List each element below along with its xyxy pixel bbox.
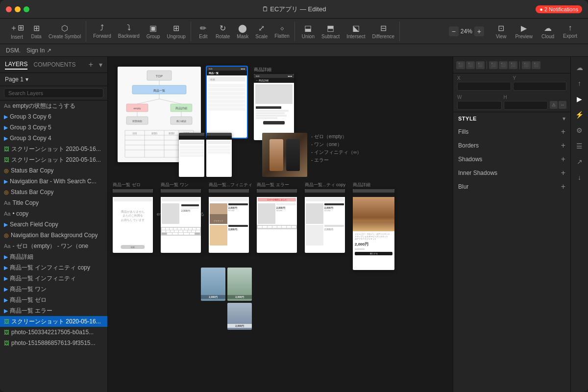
ungroup-button[interactable]: ⊞ Ungroup — [164, 22, 189, 41]
layer-item[interactable]: ▶Group 3 Copy 5 — [0, 122, 107, 133]
zoom-plus-button[interactable]: + — [474, 26, 484, 36]
add-tab-button[interactable]: + — [89, 60, 93, 69]
phone-list-box[interactable]: 9:41 ●●● 商品一覧 検索 — [207, 67, 247, 138]
distribute-v-button[interactable]: ⬛ — [532, 61, 540, 69]
search-layers-input[interactable] — [4, 88, 103, 98]
h-input[interactable] — [504, 101, 548, 110]
align-left-button[interactable]: ⬛ — [456, 61, 465, 69]
style-header[interactable]: StyLE ▾ — [453, 112, 570, 125]
y-input[interactable] — [513, 82, 567, 91]
fashion-photo-1[interactable] — [262, 133, 307, 177]
x-input[interactable] — [457, 82, 511, 91]
strip-list-icon[interactable]: ☰ — [573, 139, 587, 153]
difference-button[interactable]: ⊟ Difference — [369, 22, 397, 41]
layer-item[interactable]: 🖼スクリーンショット 2020-05-16... — [0, 316, 107, 327]
union-button[interactable]: ⬓ Union — [299, 22, 318, 41]
strip-gear-icon[interactable]: ⚙ — [573, 123, 587, 137]
phone-infinity-box[interactable]: ジャケット 2,000円 ¥2,000 — [209, 189, 249, 253]
fills-item[interactable]: Fills + — [453, 125, 570, 139]
photo-card-3[interactable]: 2,000円 — [227, 303, 252, 330]
small-phone-1[interactable] — [179, 133, 204, 177]
flip-button[interactable]: ↔ — [559, 101, 566, 109]
layer-item[interactable]: ▶商品一覧 ゼロ — [0, 294, 107, 305]
canvas-area[interactable]: TOP 商品一覧 empty 商品詳細 — [108, 57, 453, 392]
distribute-h-button[interactable]: ⬛ — [522, 61, 531, 69]
layer-item[interactable]: 🖼スクリーンショット 2020-05-16... — [0, 154, 107, 165]
group-button[interactable]: ▣ Group — [144, 22, 163, 41]
phone-one-box[interactable]: 2,000円 — [161, 189, 201, 253]
more-tabs-button[interactable]: ▾ — [99, 61, 102, 69]
layer-item[interactable]: 🖼photo-1503342217505-b0a15... — [0, 327, 107, 338]
layer-item[interactable]: ▶商品一覧 インフィニティ — [0, 273, 107, 284]
strip-play-icon[interactable]: ▶ — [573, 92, 587, 106]
w-input[interactable] — [457, 101, 502, 110]
close-button[interactable] — [6, 6, 12, 12]
zoom-minus-button[interactable]: − — [449, 26, 459, 36]
phone-detail-box[interactable]: 9:41 ●●● ← 商品詳細 — [254, 74, 294, 140]
strip-lightning-icon[interactable]: ⚡ — [573, 108, 587, 122]
strip-upload-icon[interactable]: ☁ — [573, 61, 587, 74]
data-button[interactable]: ⊞ Data — [28, 22, 45, 41]
tab-components[interactable]: COMPONENTS — [33, 60, 75, 69]
strip-external-icon[interactable]: ↗ — [573, 155, 587, 169]
intersect-button[interactable]: ⬕ Intersect — [343, 22, 368, 41]
layer-item[interactable]: 🖼photo-1515886857613-9f3515... — [0, 338, 107, 348]
phone-error-box[interactable]: エラーが発生しました 2,000円 ¥2,000 — [257, 189, 297, 253]
borders-add-icon[interactable]: + — [561, 141, 565, 150]
page-selector[interactable]: Page 1 ▾ — [0, 73, 107, 86]
strip-download-icon[interactable]: ↓ — [573, 171, 587, 184]
dsm-signin-button[interactable]: Sign In ↗ — [26, 47, 51, 54]
layer-item[interactable]: 🖼スクリーンショット 2020-05-16... — [0, 144, 107, 154]
inner-shadows-add-icon[interactable]: + — [561, 169, 565, 177]
blur-add-icon[interactable]: + — [561, 182, 565, 191]
insert-button[interactable]: ＋⊞ Insert — [7, 21, 27, 42]
export-button[interactable]: ↑ Export — [559, 22, 581, 41]
layer-item[interactable]: ▶Group 3 Copy 6 — [0, 111, 107, 122]
maximize-button[interactable] — [24, 6, 29, 12]
preview-button[interactable]: ▶ Preview — [511, 22, 537, 41]
fills-add-icon[interactable]: + — [561, 127, 565, 136]
blur-item[interactable]: Blur + — [453, 180, 570, 194]
layer-item[interactable]: ◎Status Bar Copy — [0, 187, 107, 197]
create-symbol-button[interactable]: ⬡ Create Symbol — [46, 22, 84, 41]
align-center-h-button[interactable]: ⬛ — [466, 61, 475, 69]
subtract-button[interactable]: ⬒ Subtract — [318, 22, 343, 41]
notification-badge[interactable]: ● 2 Notifications — [536, 5, 582, 13]
edit-button[interactable]: ✏ Edit — [195, 22, 212, 41]
layer-item[interactable]: ▶Search Field Copy — [0, 219, 107, 230]
layer-item[interactable]: ▶商品一覧 エラー — [0, 305, 107, 316]
layer-item[interactable]: ◎Status Bar Copy — [0, 165, 107, 176]
photo-card-2[interactable]: 2,000円 — [227, 268, 252, 301]
photo-card-1[interactable]: 2,000円 — [201, 268, 225, 301]
view-button[interactable]: ⊡ View — [492, 22, 511, 41]
layer-item[interactable]: ▶Group 3 Copy 4 — [0, 133, 107, 144]
align-center-v-button[interactable]: ⬛ — [499, 61, 508, 69]
layer-item[interactable]: Aa- ゼロ（empty） - ワン（one — [0, 241, 107, 251]
scale-button[interactable]: ⤢ Scale — [252, 22, 270, 41]
small-phone-2[interactable] — [206, 133, 232, 177]
align-bottom-button[interactable]: ⬛ — [509, 61, 517, 69]
layer-item[interactable]: ◎Navigation Bar Background Copy — [0, 230, 107, 241]
borders-item[interactable]: Borders + — [453, 139, 570, 152]
tab-layers[interactable]: LAYERS — [5, 60, 27, 70]
layer-item[interactable]: Aa• copy — [0, 208, 107, 219]
backward-button[interactable]: ⤵ Backward — [115, 22, 143, 41]
flatten-button[interactable]: ⬦ Flatten — [271, 22, 293, 41]
layer-item[interactable]: ▶Navigation Bar - With Search C... — [0, 176, 107, 187]
strip-arrow-up-icon[interactable]: ↑ — [573, 76, 587, 90]
shadows-add-icon[interactable]: + — [561, 155, 565, 164]
phone-zero-box[interactable]: 商品がありませんまたのご利用をお待ちしています 検索 — [113, 189, 153, 253]
shadows-item[interactable]: Shadows + — [453, 152, 570, 166]
align-top-button[interactable]: ⬛ — [489, 61, 498, 69]
phone-detail-big-box[interactable]: ジャンパー・ブルゾン・ボアジャケットドロップショルダービッグシルエットボアフリー… — [353, 189, 394, 270]
rotate-button[interactable]: ↻ Rotate — [213, 22, 233, 41]
inner-shadows-item[interactable]: Inner Shadows + — [453, 166, 570, 180]
phone-infinity-copy-box[interactable]: 2,000円 ¥2,000 2,000円 — [305, 189, 345, 253]
layer-item[interactable]: ▶商品一覧 インフィニティ copy — [0, 262, 107, 273]
layer-item[interactable]: AaTitle Copy — [0, 197, 107, 208]
layer-item[interactable]: ▶商品一覧 ワン — [0, 284, 107, 294]
mask-button[interactable]: ⬤ Mask — [234, 22, 251, 41]
layer-item[interactable]: Aaemptyの状態はこうする — [0, 100, 107, 111]
cloud-button[interactable]: ☁ Cloud — [538, 22, 558, 41]
layer-item[interactable]: ▶商品詳細 — [0, 251, 107, 262]
